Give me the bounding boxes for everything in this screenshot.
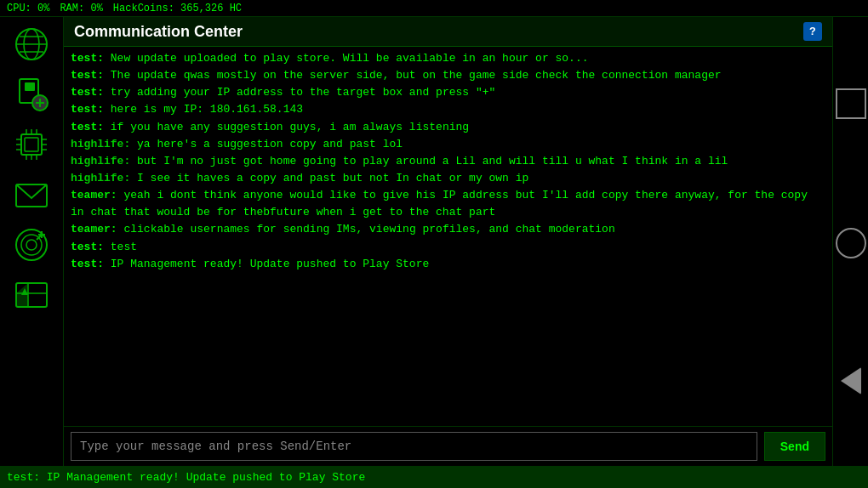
square-icon[interactable] <box>836 88 866 119</box>
message-username: highlife: <box>71 172 137 184</box>
message-text: test <box>111 241 137 253</box>
message-text: but I'm no just got home going to play a… <box>137 155 728 167</box>
message-username: highlife: <box>71 155 137 167</box>
message-text: I see it haves a copy and past but not I… <box>137 172 528 184</box>
message-line: teamer: yeah i dont think anyone would l… <box>71 187 825 221</box>
circle-icon[interactable] <box>836 228 866 258</box>
message-username: teamer: <box>71 189 123 201</box>
message-username: test: <box>71 241 111 253</box>
message-text: ya here's a suggestion copy and past lol <box>137 138 403 150</box>
chat-area: Communication Center ? test: New update … <box>64 17 832 466</box>
message-line: test: New update uploaded to play store.… <box>71 50 825 67</box>
ram-status: RAM: 0% <box>60 3 102 14</box>
message-line: highlife: ya here's a suggestion copy an… <box>71 136 825 153</box>
message-text: if you have any suggestion guys, i am al… <box>111 121 469 133</box>
status-bar: CPU: 0% RAM: 0% HackCoins: 365,326 HC <box>0 0 868 17</box>
input-area: Send <box>64 426 832 466</box>
svg-rect-11 <box>25 138 38 151</box>
message-username: test: <box>71 52 111 65</box>
message-line: highlife: but I'm no just got home going… <box>71 153 825 170</box>
back-icon[interactable] <box>841 367 861 394</box>
help-button[interactable]: ? <box>803 22 822 41</box>
cpu-status: CPU: 0% <box>7 3 49 14</box>
message-text: here is my IP: 180.161.58.143 <box>111 103 303 116</box>
bottom-status-text: test: IP Management ready! Update pushed… <box>7 471 365 484</box>
message-text: The update qwas mostly on the server sid… <box>111 69 722 82</box>
message-input[interactable] <box>71 432 757 461</box>
message-line: test: test <box>71 239 825 256</box>
message-line: test: IP Management ready! Update pushed… <box>71 256 825 273</box>
messages-container: test: New update uploaded to play store.… <box>64 47 832 426</box>
message-text: IP Management ready! Update pushed to Pl… <box>111 258 429 270</box>
chat-title: Communication Center <box>74 23 243 41</box>
message-text: clickable usernames for sending IMs, vie… <box>123 223 614 235</box>
message-line: test: The update qwas mostly on the serv… <box>71 67 825 84</box>
right-sidebar <box>832 17 868 466</box>
message-line: highlife: I see it haves a copy and past… <box>71 170 825 187</box>
mail-icon[interactable] <box>6 171 57 218</box>
document-icon[interactable] <box>6 71 57 117</box>
svg-point-27 <box>26 240 37 250</box>
message-line: test: here is my IP: 180.161.58.143 <box>71 101 825 118</box>
message-username: test: <box>71 69 111 82</box>
message-username: test: <box>71 103 111 116</box>
hackcoins-status: HackCoins: 365,326 HC <box>113 3 242 14</box>
message-username: test: <box>71 258 111 270</box>
send-button[interactable]: Send <box>764 432 825 461</box>
message-line: test: try adding your IP address to the … <box>71 84 825 101</box>
message-line: test: if you have any suggestion guys, i… <box>71 119 825 136</box>
message-username: teamer: <box>71 223 123 235</box>
table-icon[interactable] <box>6 271 57 318</box>
svg-rect-6 <box>25 82 35 91</box>
bottom-status-bar: test: IP Management ready! Update pushed… <box>0 466 868 488</box>
message-line: teamer: clickable usernames for sending … <box>71 221 825 238</box>
globe-icon[interactable] <box>6 20 57 67</box>
target-icon[interactable] <box>6 221 57 268</box>
chat-header: Communication Center ? <box>64 17 832 47</box>
message-username: test: <box>71 121 111 133</box>
left-sidebar <box>0 17 64 466</box>
main-container: Communication Center ? test: New update … <box>0 17 868 466</box>
message-text: New update uploaded to play store. Will … <box>111 52 589 65</box>
message-text: try adding your IP address to the target… <box>111 86 495 99</box>
message-text: yeah i dont think anyone would like to g… <box>71 189 814 218</box>
message-username: highlife: <box>71 138 137 150</box>
chip-icon[interactable] <box>6 121 57 167</box>
message-username: test: <box>71 86 111 99</box>
